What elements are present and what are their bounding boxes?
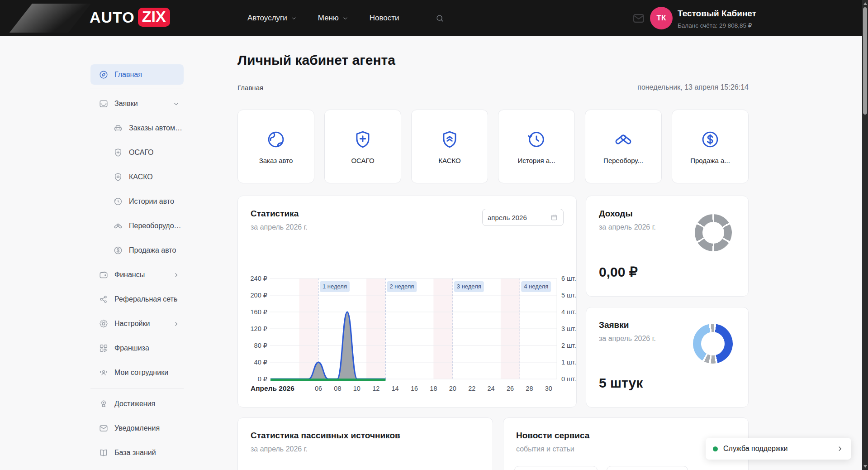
- svg-text:18: 18: [430, 385, 437, 392]
- income-value: 0,00 ₽: [599, 264, 638, 280]
- scroll-down-arrow-icon[interactable]: [863, 465, 867, 468]
- period-picker[interactable]: апрель 2026: [482, 209, 564, 226]
- sidebar-item[interactable]: Истории авто: [90, 189, 184, 214]
- quick-action-card[interactable]: Продажа а...: [672, 110, 749, 183]
- sidebar-item[interactable]: Уведомления: [90, 416, 184, 441]
- svg-text:2 шт.: 2 шт.: [561, 342, 576, 349]
- logo-auto-text: AUTO: [90, 9, 135, 26]
- nav-item[interactable]: Меню: [318, 14, 349, 23]
- quick-action-label: ОСАГО: [351, 157, 374, 164]
- sidebar-item-label: Заявки: [114, 100, 138, 108]
- scroll-up-arrow-icon[interactable]: [863, 2, 867, 5]
- svg-text:14: 14: [392, 385, 399, 392]
- messages-icon[interactable]: [631, 11, 647, 25]
- svg-text:06: 06: [315, 385, 322, 392]
- support-label: Служба поддержки: [723, 445, 830, 453]
- scrollbar-thumb[interactable]: [863, 7, 867, 115]
- sidebar-item[interactable]: Финансы: [90, 263, 184, 287]
- brand-logo[interactable]: AUTO ZIX: [90, 8, 170, 27]
- quick-actions-row: Заказ автоОСАГОКАСКОИстория а...Переобор…: [237, 110, 749, 183]
- statistics-subtitle: за апрель 2026 г.: [251, 223, 308, 231]
- mail-icon: [99, 423, 109, 433]
- sidebar-item[interactable]: Мои сотрудники: [90, 360, 184, 385]
- sidebar-item-label: Франшиза: [114, 344, 149, 352]
- sidebar-item[interactable]: Достижения: [90, 392, 184, 416]
- chevron-down-icon: [342, 15, 349, 22]
- sidebar-item[interactable]: База знаний: [90, 441, 184, 465]
- svg-text:200 ₽: 200 ₽: [251, 292, 267, 299]
- coin-icon: [113, 245, 123, 255]
- sidebar-item-label: Переоборудования: [129, 222, 184, 230]
- nav-item[interactable]: Автоуслуги: [247, 14, 297, 23]
- passive-sources-card: Статистика пассивных источников за апрел…: [237, 417, 493, 470]
- online-status-dot: [713, 446, 718, 451]
- sidebar-item-label: Достижения: [114, 400, 155, 408]
- globe-icon: [266, 129, 286, 150]
- svg-text:Апрель 2026: Апрель 2026: [251, 384, 294, 392]
- sidebar-item[interactable]: Заказы автомобилей: [90, 116, 184, 140]
- breadcrumb-row: Главная понедельник, 13 апреля 15:26:14: [237, 83, 749, 91]
- requests-donut-chart: [693, 324, 733, 364]
- breadcrumb[interactable]: Главная: [237, 84, 263, 91]
- sidebar-item[interactable]: Переоборудования: [90, 214, 184, 238]
- sidebar-item[interactable]: Заявки: [90, 91, 184, 116]
- user-meta[interactable]: Тестовый Кабинет Баланс счёта: 29 808,85…: [678, 9, 756, 29]
- avatar[interactable]: ТК: [650, 7, 673, 29]
- page-datetime: понедельник, 13 апреля 15:26:14: [637, 83, 749, 91]
- sidebar-item[interactable]: Продажа авто: [90, 238, 184, 263]
- car-icon: [113, 123, 123, 133]
- quick-action-card[interactable]: Заказ авто: [237, 110, 314, 183]
- quick-action-card[interactable]: История а...: [498, 110, 575, 183]
- gear-icon: [99, 319, 109, 329]
- page-scrollbar[interactable]: [862, 0, 868, 470]
- nav-item-label: Меню: [318, 14, 339, 23]
- sidebar-item[interactable]: Главная: [90, 64, 184, 85]
- requests-subtitle: за апрель 2026 г.: [599, 335, 656, 343]
- income-card-head: Доходы за апрель 2026 г.: [599, 209, 656, 231]
- sidebar-divider: [90, 388, 184, 388]
- svg-text:10: 10: [353, 385, 360, 392]
- sidebar-item-label: Финансы: [114, 271, 145, 279]
- sidebar-item-label: Уведомления: [114, 424, 160, 432]
- chevron-down-icon: [290, 15, 297, 22]
- support-button[interactable]: Служба поддержки: [706, 438, 851, 460]
- svg-text:24: 24: [488, 385, 495, 392]
- period-value: апрель 2026: [488, 214, 527, 221]
- news-subtitle: события и статьи: [516, 445, 589, 453]
- sidebar-item[interactable]: КАСКО: [90, 165, 184, 189]
- sidebar-item[interactable]: ОСАГО: [90, 140, 184, 165]
- quick-action-card[interactable]: КАСКО: [411, 110, 488, 183]
- history-icon: [526, 129, 547, 150]
- chevron-right-icon: [172, 271, 180, 279]
- share-icon: [99, 294, 109, 304]
- svg-text:5 шт.: 5 шт.: [561, 292, 576, 299]
- sidebar-item-label: Реферальная сеть: [114, 295, 177, 303]
- svg-text:0 ₽: 0 ₽: [258, 375, 267, 383]
- sidebar-item[interactable]: Франшиза: [90, 336, 184, 360]
- nav-item-label: Новости: [370, 14, 399, 23]
- chevron-right-icon: [172, 296, 180, 303]
- quick-action-card[interactable]: ОСАГО: [324, 110, 401, 183]
- news-tab[interactable]: [514, 466, 598, 470]
- sidebar-divider: [90, 88, 184, 88]
- statistics-card-head: Статистика за апрель 2026 г.: [251, 209, 308, 231]
- news-tab[interactable]: [607, 466, 688, 470]
- svg-text:120 ₽: 120 ₽: [251, 325, 267, 332]
- sidebar-item[interactable]: Реферальная сеть: [90, 287, 184, 312]
- svg-text:80 ₽: 80 ₽: [254, 342, 267, 349]
- people-icon: [99, 368, 109, 378]
- svg-text:28: 28: [526, 385, 533, 392]
- search-icon[interactable]: [435, 14, 445, 23]
- wallet-icon: [99, 270, 109, 280]
- sidebar-item-label: Истории авто: [129, 197, 174, 206]
- svg-text:1 неделя: 1 неделя: [323, 283, 347, 290]
- chevron-right-icon: [172, 320, 180, 328]
- svg-text:2 неделя: 2 неделя: [389, 283, 414, 290]
- nav-item[interactable]: Новости: [370, 14, 399, 23]
- sidebar-item[interactable]: Настройки: [90, 312, 184, 336]
- sidebar-item-label: Настройки: [114, 320, 150, 328]
- income-subtitle: за апрель 2026 г.: [599, 223, 656, 231]
- quick-action-card[interactable]: Переобору...: [585, 110, 662, 183]
- tools-icon: [113, 221, 123, 231]
- logo-decoration: [9, 4, 91, 33]
